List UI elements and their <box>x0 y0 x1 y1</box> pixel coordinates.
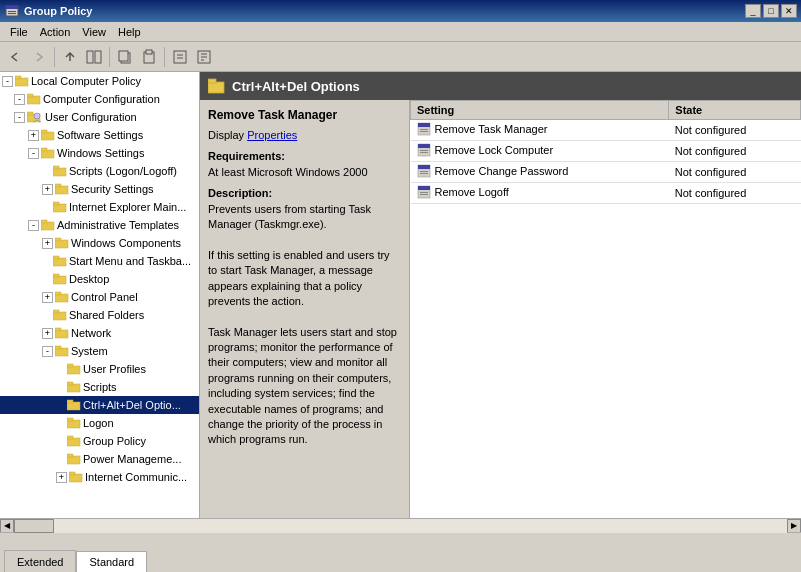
tree-item-security-settings[interactable]: + Security Settings <box>0 180 199 198</box>
tree-toggle[interactable]: - <box>42 346 53 357</box>
close-button[interactable]: ✕ <box>781 4 797 18</box>
col-setting: Setting <box>411 101 669 120</box>
horizontal-scrollbar[interactable]: ◀ ▶ <box>0 518 801 532</box>
svg-rect-39 <box>53 256 59 259</box>
tree-panel[interactable]: - Local Computer Policy - Computer Confi… <box>0 72 200 518</box>
content-area: - Local Computer Policy - Computer Confi… <box>0 72 801 518</box>
scroll-right-button[interactable]: ▶ <box>787 519 801 533</box>
cell-state: Not configured <box>669 162 801 183</box>
right-panel: Ctrl+Alt+Del Options Remove Task Manager… <box>200 72 801 518</box>
tree-item-computer-config[interactable]: - Computer Configuration <box>0 90 199 108</box>
col-state: State <box>669 101 801 120</box>
tree-item-group-policy[interactable]: Group Policy <box>0 432 199 450</box>
tree-item-logon[interactable]: Logon <box>0 414 199 432</box>
svg-rect-75 <box>418 165 430 169</box>
paste-button[interactable] <box>138 46 160 68</box>
help-button[interactable] <box>193 46 215 68</box>
tree-item-scripts[interactable]: Scripts (Logon/Logoff) <box>0 162 199 180</box>
tree-item-windows-settings[interactable]: - Windows Settings <box>0 144 199 162</box>
scroll-thumb[interactable] <box>14 519 54 533</box>
tree-toggle[interactable]: - <box>14 112 25 123</box>
svg-rect-59 <box>67 436 73 439</box>
tree-toggle[interactable]: - <box>28 148 39 159</box>
svg-rect-67 <box>418 123 430 127</box>
menu-view[interactable]: View <box>76 24 112 40</box>
window-title: Group Policy <box>24 5 92 17</box>
tree-item-local-policy[interactable]: - Local Computer Policy <box>0 72 199 90</box>
svg-rect-64 <box>208 82 224 93</box>
tree-item-ctrl-alt-del[interactable]: Ctrl+Alt+Del Optio... <box>0 396 199 414</box>
table-row[interactable]: Remove LogoffNot configured <box>411 183 801 204</box>
tree-toggle[interactable]: - <box>28 220 39 231</box>
tree-label-shared-folders: Shared Folders <box>69 309 144 321</box>
table-row[interactable]: Remove Task ManagerNot configured <box>411 120 801 141</box>
tree-item-control-panel[interactable]: + Control Panel <box>0 288 199 306</box>
svg-rect-35 <box>41 220 47 223</box>
tree-toggle[interactable]: + <box>42 292 53 303</box>
tree-label-system: System <box>71 345 108 357</box>
tree-item-internet-comm[interactable]: + Internet Communic... <box>0 468 199 486</box>
menu-bar: File Action View Help <box>0 22 801 42</box>
tree-item-ie-maintenance[interactable]: Internet Explorer Main... <box>0 198 199 216</box>
svg-rect-65 <box>208 79 216 83</box>
tab-extended[interactable]: Extended <box>4 550 76 572</box>
forward-button[interactable] <box>28 46 50 68</box>
tree-label-desktop: Desktop <box>69 273 109 285</box>
tree-item-shared-folders[interactable]: Shared Folders <box>0 306 199 324</box>
svg-rect-79 <box>418 186 430 190</box>
minimize-button[interactable]: _ <box>745 4 761 18</box>
tree-toggle[interactable]: - <box>14 94 25 105</box>
tree-toggle[interactable]: + <box>42 184 53 195</box>
tree-item-admin-templates[interactable]: - Administrative Templates <box>0 216 199 234</box>
svg-rect-10 <box>174 51 186 63</box>
settings-panel: Setting State Remove Task ManagerNot con… <box>410 100 801 518</box>
cell-setting: Remove Logoff <box>411 183 669 204</box>
scroll-left-button[interactable]: ◀ <box>0 519 14 533</box>
tree-item-start-menu[interactable]: Start Menu and Taskba... <box>0 252 199 270</box>
window-controls[interactable]: _ □ ✕ <box>745 4 797 18</box>
table-row[interactable]: Remove Lock ComputerNot configured <box>411 141 801 162</box>
maximize-button[interactable]: □ <box>763 4 779 18</box>
tree-item-user-profiles[interactable]: User Profiles <box>0 360 199 378</box>
cell-setting: Remove Task Manager <box>411 120 669 141</box>
tree-item-network[interactable]: + Network <box>0 324 199 342</box>
tree-item-scripts2[interactable]: Scripts <box>0 378 199 396</box>
desc-display: Display Properties <box>208 128 401 143</box>
tree-toggle[interactable]: + <box>42 328 53 339</box>
tree-label-scripts2: Scripts <box>83 381 117 393</box>
tree-toggle[interactable]: - <box>2 76 13 87</box>
cell-state: Not configured <box>669 183 801 204</box>
svg-rect-71 <box>418 144 430 148</box>
svg-rect-37 <box>55 238 61 241</box>
scroll-track[interactable] <box>14 519 787 533</box>
tree-item-system[interactable]: - System <box>0 342 199 360</box>
tree-toggle[interactable]: + <box>42 238 53 249</box>
properties-button[interactable] <box>169 46 191 68</box>
tree-label-user-config: User Configuration <box>45 111 137 123</box>
tree-toggle[interactable]: + <box>28 130 39 141</box>
svg-rect-51 <box>67 364 73 367</box>
svg-rect-4 <box>87 51 93 63</box>
tree-item-windows-components[interactable]: + Windows Components <box>0 234 199 252</box>
tree-item-power-mgmt[interactable]: Power Manageme... <box>0 450 199 468</box>
menu-file[interactable]: File <box>4 24 34 40</box>
up-button[interactable] <box>59 46 81 68</box>
menu-action[interactable]: Action <box>34 24 77 40</box>
tab-standard[interactable]: Standard <box>76 551 147 572</box>
svg-rect-61 <box>67 454 73 457</box>
back-button[interactable] <box>4 46 26 68</box>
copy-button[interactable] <box>114 46 136 68</box>
svg-rect-3 <box>8 13 16 14</box>
bottom-area: Extended Standard <box>0 532 801 572</box>
show-hide-button[interactable] <box>83 46 105 68</box>
desc-properties-link[interactable]: Properties <box>247 129 297 141</box>
menu-help[interactable]: Help <box>112 24 147 40</box>
table-row[interactable]: Remove Change PasswordNot configured <box>411 162 801 183</box>
toolbar-sep-1 <box>54 47 55 67</box>
tree-toggle[interactable]: + <box>56 472 67 483</box>
tree-item-software-settings[interactable]: + Software Settings <box>0 126 199 144</box>
tree-item-user-config[interactable]: - User Configuration <box>0 108 199 126</box>
right-content: Remove Task Manager Display Properties R… <box>200 100 801 518</box>
tabs-area: Extended Standard <box>0 533 151 572</box>
tree-item-desktop[interactable]: Desktop <box>0 270 199 288</box>
